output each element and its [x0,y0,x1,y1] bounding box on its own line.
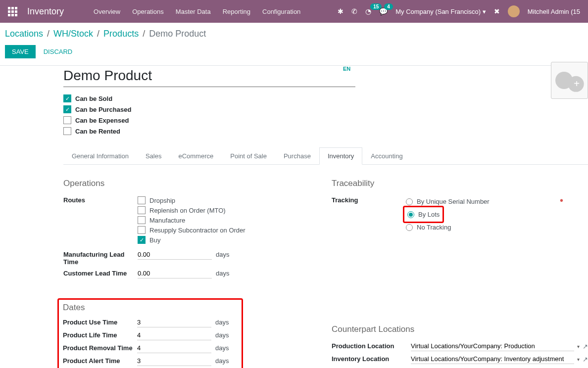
image-placeholder[interactable]: + [551,62,588,99]
settings-icon[interactable]: ✖ [494,7,500,15]
app-title[interactable]: Inventory [27,6,64,17]
crumb-wh-stock[interactable]: WH/Stock [53,29,93,39]
trace-title: Traceability [332,179,588,188]
apps-icon[interactable] [8,7,17,16]
nav-operations[interactable]: Operations [126,8,170,15]
crumb-products[interactable]: Products [103,29,139,39]
tracking-label: Tracking [332,195,406,204]
chk-can-be-purchased[interactable]: ✓ [63,105,71,113]
radio-lots[interactable]: By Lots [407,209,440,220]
required-dot: • [560,198,563,202]
counterpart-title: Counterpart Locations [332,324,588,334]
phone-icon[interactable]: ✆ [351,7,357,15]
lbl-can-be-expensed: Can be Expensed [75,117,129,124]
product-flags: ✓ Can be Sold ✓ Can be Purchased Can be … [63,93,588,137]
inv-loc-caret-icon[interactable]: ▾ [577,357,580,362]
chk-mto[interactable] [138,206,146,214]
inv-loc-label: Inventory Location [332,354,411,363]
action-row: SAVE DISCARD [0,41,588,66]
inv-loc-input[interactable] [411,354,574,364]
radio-none-dot [406,224,413,231]
chk-dropship[interactable] [138,196,146,204]
cust-lead-label: Customer Lead Time [63,269,138,277]
operations-title: Operations [63,179,317,188]
routes-list: Dropship Replenish on Order (MTO) Manufa… [138,195,317,245]
chk-can-be-expensed[interactable] [63,116,71,124]
chk-buy[interactable]: ✓ [138,236,146,244]
chk-can-be-sold[interactable]: ✓ [63,94,71,102]
dates-title: Dates [63,303,238,313]
alert-time-input[interactable] [137,356,211,366]
life-time-label: Product Life Time [63,330,137,339]
inv-loc-external-icon[interactable]: ↗ [583,356,588,363]
camera-icon: + [551,67,588,94]
dates-highlight: Dates Product Use Time days Product Life… [57,298,243,368]
product-title[interactable]: Demo Product [63,66,355,87]
discard-button[interactable]: DISCARD [44,48,73,55]
breadcrumb: Locations / WH/Stock / Products / Demo P… [5,29,583,39]
product-header: Demo Product EN + [63,66,588,87]
tab-inventory[interactable]: Inventory [319,147,362,165]
removal-time-label: Product Removal Time [63,343,137,352]
use-time-label: Product Use Time [63,318,137,326]
nav-configuration[interactable]: Configuration [256,8,306,15]
chat-icon[interactable]: 💬4 [379,7,388,15]
prod-loc-input[interactable] [411,341,574,351]
clock-icon[interactable]: ◔15 [365,7,371,15]
nav-menu: Overview Operations Master Data Reportin… [88,8,306,15]
tab-accounting[interactable]: Accounting [362,147,411,164]
col-right: Traceability Tracking By Unique Serial N… [332,179,588,368]
prod-loc-external-icon[interactable]: ↗ [583,343,588,350]
nav-overview[interactable]: Overview [88,8,126,15]
form-area: Demo Product EN + ✓ Can be Sold ✓ Can be… [0,66,588,368]
tabs: General Information Sales eCommerce Poin… [63,147,588,165]
svg-text:+: + [574,78,580,89]
company-selector[interactable]: My Company (San Francisco) ▾ [395,8,486,15]
nav-master-data[interactable]: Master Data [170,8,217,15]
routes-label: Routes [63,195,138,204]
topbar: Inventory Overview Operations Master Dat… [0,0,588,23]
avatar[interactable] [508,5,520,17]
lbl-can-be-rented: Can be Rented [75,128,120,135]
radio-lots-dot [407,211,414,218]
tab-ecommerce[interactable]: eCommerce [170,147,222,164]
bug-icon[interactable]: ✱ [338,7,343,15]
radio-serial-dot [406,198,413,205]
mfg-lead-input[interactable] [138,250,212,260]
mfg-lead-label: Manufacturing Lead Time [63,250,138,266]
lbl-can-be-sold: Can be Sold [75,95,112,102]
crumb-current: Demo Product [149,29,206,39]
use-time-input[interactable] [137,318,211,327]
tab-general[interactable]: General Information [63,147,137,164]
col-left: Operations Routes Dropship Replenish on … [63,179,317,368]
breadcrumb-row: Locations / WH/Stock / Products / Demo P… [0,23,588,41]
lbl-can-be-purchased: Can be Purchased [75,106,131,113]
save-button[interactable]: SAVE [5,45,36,58]
chk-manufacture[interactable] [138,216,146,224]
chk-resupply[interactable] [138,226,146,234]
prod-loc-caret-icon[interactable]: ▾ [577,344,580,349]
lang-tag[interactable]: EN [343,66,350,72]
life-time-input[interactable] [137,330,211,340]
cust-lead-input[interactable] [138,269,212,278]
prod-loc-label: Production Location [332,341,411,350]
tab-sales[interactable]: Sales [137,147,170,164]
topbar-right: ✱ ✆ ◔15 💬4 My Company (San Francisco) ▾ … [338,5,580,17]
user-name[interactable]: Mitchell Admin (15 [528,8,580,15]
crumb-locations[interactable]: Locations [5,29,43,39]
removal-time-input[interactable] [137,343,211,353]
nav-reporting[interactable]: Reporting [217,8,256,15]
chat-badge: 4 [384,3,393,10]
tab-pos[interactable]: Point of Sale [222,147,275,164]
chk-can-be-rented[interactable] [63,127,71,135]
tab-purchase[interactable]: Purchase [275,147,319,164]
alert-time-label: Product Alert Time [63,356,137,365]
